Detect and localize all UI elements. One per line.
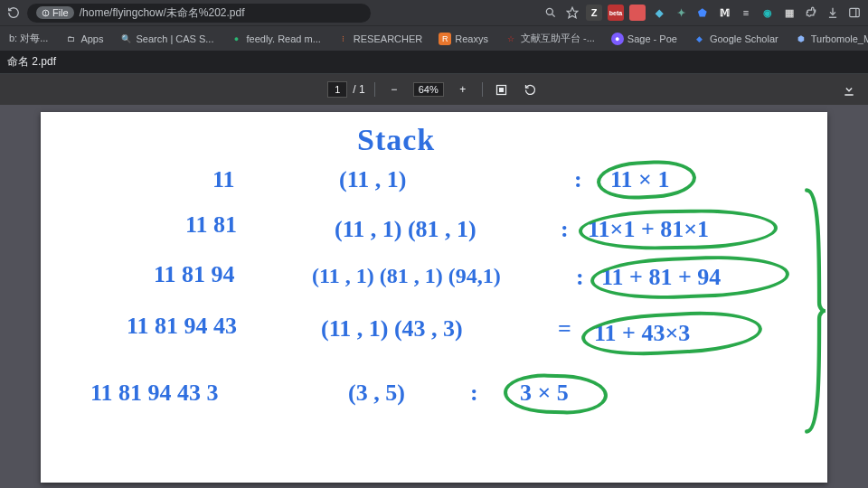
seq-5: 11 81 94 43 3 bbox=[90, 380, 219, 407]
notes-title: Stack bbox=[357, 123, 435, 157]
search-icon[interactable] bbox=[542, 5, 559, 21]
extension-m-icon[interactable]: 𝕄 bbox=[716, 5, 732, 21]
scholar-icon: ◆ bbox=[693, 33, 706, 45]
address-bar: File /home/flyingchow/未命名%202.pdf Z beta… bbox=[0, 0, 868, 25]
stack-5: (3 , 5) bbox=[348, 380, 405, 407]
colon-5: : bbox=[470, 380, 478, 407]
extension-leaf-icon[interactable]: ✦ bbox=[673, 5, 689, 21]
bookmark-item[interactable]: ☆文献互助平台 -... bbox=[501, 30, 599, 47]
pdf-viewer[interactable]: Stack 11 (11 , 1) : 11 × 1 11 81 (11 , 1… bbox=[0, 105, 868, 488]
page-group: / 1 bbox=[327, 81, 364, 98]
circle-5 bbox=[503, 372, 608, 416]
bookmark-item[interactable]: ◆Google Scholar bbox=[690, 31, 782, 47]
circle-1 bbox=[596, 158, 697, 202]
poe-icon: ● bbox=[611, 33, 624, 45]
extension-red-icon[interactable] bbox=[629, 5, 646, 21]
bookmarks-bar: b: 对每... 🗀Apps 🔍Search | CAS S... ●feedl… bbox=[0, 25, 868, 51]
extension-grid-icon[interactable]: ▦ bbox=[781, 5, 797, 21]
seq-2: 11 81 bbox=[185, 211, 237, 239]
extension-zotero-icon[interactable]: Z bbox=[586, 5, 602, 21]
bookmark-item[interactable]: RReaxys bbox=[435, 31, 492, 47]
seq-1: 11 bbox=[212, 166, 235, 193]
bookmark-item[interactable]: ⁝RESEARCHER bbox=[334, 31, 426, 47]
download-icon[interactable] bbox=[825, 5, 841, 21]
sidepanel-icon[interactable] bbox=[846, 5, 863, 21]
brace-icon bbox=[802, 166, 826, 455]
extension-beta-icon[interactable]: beta bbox=[608, 5, 624, 21]
stack-1: (11 , 1) bbox=[339, 166, 406, 193]
extensions-icon[interactable] bbox=[803, 5, 819, 21]
svg-marker-5 bbox=[567, 7, 578, 18]
circle-4 bbox=[580, 308, 763, 359]
colon-1: : bbox=[574, 166, 582, 193]
bookmark-item[interactable]: ⬢Turbomole_M... bbox=[791, 31, 868, 47]
star-icon[interactable] bbox=[564, 5, 580, 21]
zoom-level[interactable]: 64% bbox=[413, 82, 444, 97]
turbomole-icon: ⬢ bbox=[795, 33, 807, 45]
extension-cube-icon[interactable]: ⬟ bbox=[694, 5, 711, 21]
search-icon: 🔍 bbox=[119, 33, 132, 45]
bookmark-item[interactable]: b: 对每... bbox=[5, 30, 52, 47]
extension-c-icon[interactable]: ◉ bbox=[760, 5, 776, 21]
pdf-tab-title: 命名 2.pdf bbox=[7, 54, 56, 70]
browser-window: File /home/flyingchow/未命名%202.pdf Z beta… bbox=[0, 0, 868, 488]
svg-line-4 bbox=[552, 14, 555, 17]
fit-page-button[interactable] bbox=[492, 80, 512, 99]
folder-icon: 🗀 bbox=[64, 33, 77, 45]
divider bbox=[374, 82, 375, 97]
pdf-page: Stack 11 (11 , 1) : 11 × 1 11 81 (11 , 1… bbox=[41, 112, 827, 483]
researcher-icon: ⁝ bbox=[337, 33, 350, 45]
reaxys-icon: R bbox=[439, 33, 451, 45]
bookmark-item[interactable]: ●feedly. Read m... bbox=[227, 31, 325, 47]
zoom-out-button[interactable]: − bbox=[384, 80, 404, 99]
circle-2 bbox=[579, 208, 778, 251]
pdf-tab-strip: 命名 2.pdf bbox=[0, 51, 868, 74]
scheme-label: File bbox=[52, 7, 69, 18]
extension-diamond-icon[interactable]: ◆ bbox=[651, 5, 667, 21]
extension-note-icon[interactable]: ≡ bbox=[738, 5, 754, 21]
circle-3 bbox=[590, 253, 789, 302]
stack-4: (11 , 1) (43 , 3) bbox=[321, 315, 463, 343]
svg-point-3 bbox=[546, 8, 552, 14]
url-path: /home/flyingchow/未命名%202.pdf bbox=[80, 5, 245, 21]
zoom-in-button[interactable]: + bbox=[453, 80, 473, 99]
bookmark-item[interactable]: 🔍Search | CAS S... bbox=[116, 31, 217, 47]
page-input[interactable] bbox=[327, 81, 347, 98]
download-pdf-button[interactable] bbox=[839, 80, 859, 99]
svg-point-2 bbox=[45, 14, 46, 15]
url-box[interactable]: File /home/flyingchow/未命名%202.pdf bbox=[27, 4, 371, 23]
rotate-button[interactable] bbox=[521, 80, 541, 99]
svg-rect-9 bbox=[500, 88, 504, 91]
colon-4: = bbox=[558, 315, 571, 343]
file-scheme-chip: File bbox=[36, 6, 74, 19]
seq-3: 11 81 94 bbox=[154, 261, 235, 288]
colon-3: : bbox=[576, 264, 584, 291]
feedly-icon: ● bbox=[231, 33, 243, 45]
doc-icon: ☆ bbox=[505, 33, 517, 45]
bookmark-item[interactable]: 🗀Apps bbox=[61, 31, 107, 47]
seq-4: 11 81 94 43 bbox=[127, 313, 237, 340]
colon-2: : bbox=[561, 216, 569, 243]
page-total: / 1 bbox=[353, 83, 364, 96]
bookmark-item[interactable]: ●Sage - Poe bbox=[608, 31, 681, 47]
svg-rect-6 bbox=[850, 8, 860, 16]
pdf-toolbar: / 1 − 64% + bbox=[0, 74, 868, 105]
divider bbox=[482, 82, 483, 97]
stack-2: (11 , 1) (81 , 1) bbox=[335, 216, 476, 243]
reload-icon[interactable] bbox=[5, 5, 22, 21]
stack-3: (11 , 1) (81 , 1) (94,1) bbox=[312, 264, 501, 288]
